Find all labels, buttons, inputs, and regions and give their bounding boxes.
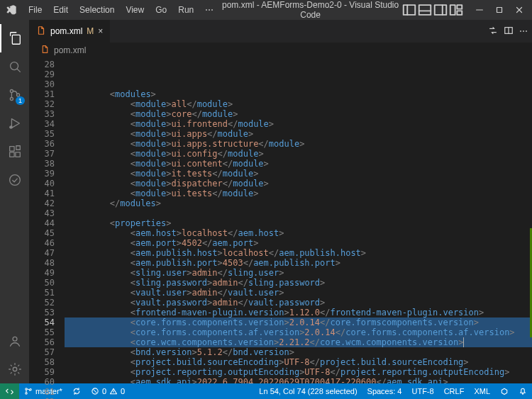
line-number: 58 xyxy=(29,357,55,367)
code-area: 2829303132333435363738394041424344454647… xyxy=(29,58,532,383)
breadcrumb-label: pom.xml xyxy=(54,45,86,55)
svg-line-33 xyxy=(94,390,97,393)
activity-test-icon[interactable] xyxy=(0,166,29,194)
split-editor-icon[interactable] xyxy=(504,26,514,38)
code-line: <module>core</module> xyxy=(65,109,532,119)
toggle-panel-right-icon[interactable] xyxy=(433,2,448,18)
code-line: <module>ui.apps.structure</module> xyxy=(65,139,532,149)
line-number: 57 xyxy=(29,347,55,357)
code-content[interactable]: <modules> <module>all</module> <module>c… xyxy=(65,58,532,383)
eol-indicator[interactable]: CRLF xyxy=(439,383,470,399)
tab-close-icon[interactable]: × xyxy=(98,26,103,36)
main-area: 1 pom.xml M × xyxy=(0,20,532,383)
feedback-icon[interactable] xyxy=(495,383,514,399)
customize-layout-icon[interactable] xyxy=(448,2,464,18)
problems-indicator[interactable]: 0 0 xyxy=(86,383,130,399)
menu-item-run[interactable]: Run xyxy=(172,2,199,18)
code-line: <aem.publish.host>localhost</aem.publish… xyxy=(65,248,532,258)
line-number: 47 xyxy=(29,248,55,258)
line-number: 53 xyxy=(29,308,55,317)
window-minimize-icon[interactable] xyxy=(470,0,489,20)
line-number: 52 xyxy=(29,298,55,308)
more-actions-icon[interactable]: ⋯ xyxy=(519,26,528,36)
code-line: <module>dispatcher</module> xyxy=(65,179,532,189)
code-line: </modules> xyxy=(65,198,532,208)
window-title: pom.xml - AEMForms-Demo2-0 - Visual Stud… xyxy=(219,0,401,20)
indentation-indicator[interactable]: Spaces: 4 xyxy=(362,383,407,399)
svg-rect-8 xyxy=(457,11,462,15)
code-line: <module>it.tests</module> xyxy=(65,169,532,179)
activity-account-icon[interactable] xyxy=(0,327,29,355)
menu-item-edit[interactable]: Edit xyxy=(48,2,74,18)
code-line: <vault.password>admin</vault.password> xyxy=(65,298,532,308)
toggle-panel-left-icon[interactable] xyxy=(401,2,417,18)
svg-rect-6 xyxy=(450,5,455,15)
window-controls xyxy=(470,0,529,20)
code-line: <modules> xyxy=(65,89,532,99)
code-line: <frontend-maven-plugin.version>1.12.0</f… xyxy=(65,308,532,317)
code-line: <core.forms.components.af.version>2.0.14… xyxy=(65,327,532,337)
code-line: <sling.user>admin</sling.user> xyxy=(65,268,532,278)
window-close-icon[interactable] xyxy=(509,0,529,20)
line-number: 33 xyxy=(29,109,55,119)
menubar-overflow[interactable]: ⋯ xyxy=(199,2,219,18)
scm-badge: 1 xyxy=(16,96,25,105)
activity-explorer-icon[interactable] xyxy=(0,24,29,52)
editor-layout-controls xyxy=(401,2,464,18)
line-number: 31 xyxy=(29,89,55,99)
code-line: <project.build.sourceEncoding>UTF-8</pro… xyxy=(65,357,532,367)
menu-item-view[interactable]: View xyxy=(120,2,150,18)
line-number: 28 xyxy=(29,60,55,69)
line-number: 49 xyxy=(29,268,55,278)
line-number: 51 xyxy=(29,288,55,298)
line-number: 29 xyxy=(29,69,55,79)
toggle-panel-bottom-icon[interactable] xyxy=(417,2,433,18)
menubar: FileEditSelectionViewGoRun ⋯ pom.xml - A… xyxy=(0,0,532,20)
code-line: <module>ui.content</module> xyxy=(65,159,532,169)
line-number: 32 xyxy=(29,99,55,109)
activity-search-icon[interactable] xyxy=(0,52,29,81)
code-line: <project.reporting.outputEncoding>UTF-8<… xyxy=(65,367,532,377)
code-line: <aem.publish.port>4503</aem.publish.port… xyxy=(65,258,532,268)
compare-changes-icon[interactable] xyxy=(488,26,498,38)
menu-item-selection[interactable]: Selection xyxy=(74,2,120,18)
code-line: <module>ui.config</module> xyxy=(65,149,532,159)
code-line xyxy=(65,208,532,218)
activity-settings-icon[interactable] xyxy=(0,355,29,383)
error-count: 0 xyxy=(102,387,106,395)
remote-indicator[interactable] xyxy=(0,383,19,399)
line-number: 48 xyxy=(29,258,55,268)
line-number: 61 xyxy=(29,387,55,397)
code-line: <module>all</module> xyxy=(65,99,532,109)
svg-rect-0 xyxy=(404,5,416,15)
svg-marker-18 xyxy=(11,119,19,128)
code-line: <bnd.version>5.1.2</bnd.version> xyxy=(65,347,532,357)
activity-extensions-icon[interactable] xyxy=(0,137,29,166)
language-indicator[interactable]: XML xyxy=(469,383,495,399)
svg-rect-22 xyxy=(15,152,19,157)
encoding-indicator[interactable]: UTF-8 xyxy=(406,383,438,399)
line-number: 38 xyxy=(29,159,55,169)
svg-rect-23 xyxy=(16,146,20,150)
breadcrumb[interactable]: pom.xml xyxy=(29,43,532,58)
sync-button[interactable] xyxy=(67,383,86,399)
svg-point-25 xyxy=(13,337,17,341)
line-number: 40 xyxy=(29,179,55,189)
line-number: 37 xyxy=(29,149,55,159)
activity-run-icon[interactable] xyxy=(0,109,29,137)
svg-rect-20 xyxy=(9,147,13,151)
line-number: 60 xyxy=(29,377,55,387)
menubar-items: FileEditSelectionViewGoRun xyxy=(23,2,199,18)
code-line: <module>ui.frontend</module> xyxy=(65,119,532,129)
tab-active[interactable]: pom.xml M × xyxy=(29,20,111,43)
svg-rect-21 xyxy=(9,152,13,157)
menu-item-file[interactable]: File xyxy=(23,2,48,18)
window-maximize-icon[interactable] xyxy=(489,0,509,20)
menu-item-go[interactable]: Go xyxy=(150,2,172,18)
svg-rect-4 xyxy=(435,5,447,15)
notifications-icon[interactable] xyxy=(514,383,532,399)
line-number: 55 xyxy=(29,327,55,337)
cursor-position[interactable]: Ln 54, Col 74 (228 selected) xyxy=(254,383,362,399)
activity-scm-icon[interactable]: 1 xyxy=(0,81,29,109)
code-line: <module>ui.tests</module> xyxy=(65,189,532,198)
